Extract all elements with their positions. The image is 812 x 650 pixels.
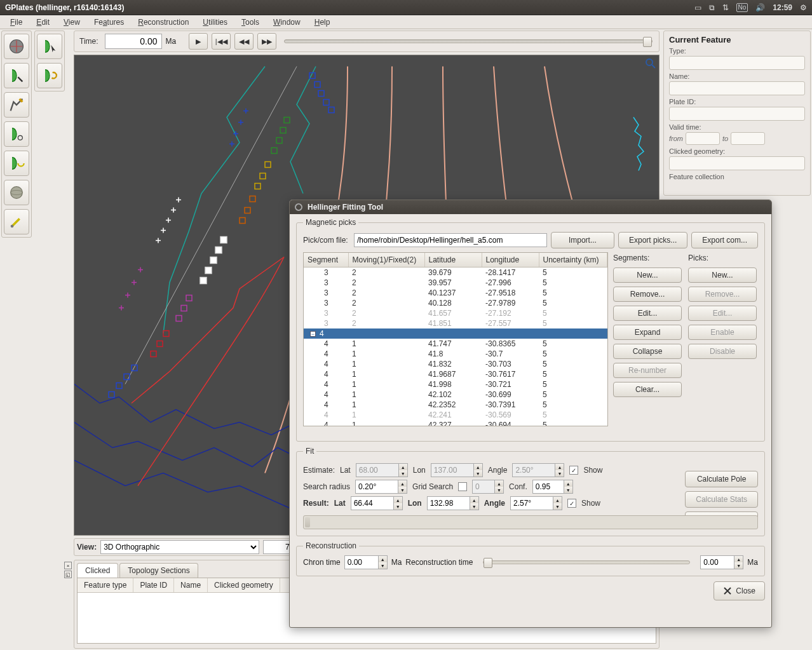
time-slider-thumb[interactable] xyxy=(643,37,652,47)
est-angle-input[interactable] xyxy=(512,463,555,477)
col-latitude[interactable]: Latitude xyxy=(424,253,482,267)
feature-green-tool[interactable] xyxy=(4,121,29,147)
table-row[interactable]: 4142.241-30.5695 xyxy=(304,410,607,420)
show-estimate-check[interactable]: ✓ xyxy=(569,466,578,475)
menu-features[interactable]: Features xyxy=(88,17,130,28)
table-row[interactable]: −4 xyxy=(304,328,607,339)
close-button[interactable]: Close xyxy=(714,581,765,600)
to-field[interactable] xyxy=(731,132,765,145)
recon-slider-thumb[interactable] xyxy=(484,558,492,568)
tab-clicked[interactable]: Clicked xyxy=(77,563,118,578)
pick-new-button[interactable]: New... xyxy=(688,267,757,283)
pick-disable-button[interactable]: Disable xyxy=(688,344,757,359)
seg-remove-button[interactable]: Remove... xyxy=(613,287,682,302)
dialog-title-bar[interactable]: Hellinger Fitting Tool xyxy=(290,200,771,214)
conf-label: Conf. xyxy=(509,482,527,491)
menu-utilities[interactable]: Utilities xyxy=(196,17,234,28)
table-row[interactable]: 3241.851-27.5575 xyxy=(304,318,607,328)
panel-dock-icon[interactable]: ◱ xyxy=(64,571,72,578)
export-picks-button[interactable]: Export picks... xyxy=(618,232,687,248)
seg-edit-button[interactable]: Edit... xyxy=(613,306,682,321)
est-lon-input[interactable] xyxy=(431,463,474,477)
show-result-check[interactable]: ✓ xyxy=(567,499,576,508)
col-segment[interactable]: Segment xyxy=(304,253,348,267)
grid-check[interactable] xyxy=(458,482,467,491)
table-row[interactable]: 3239.679-28.14175 xyxy=(304,267,607,278)
seg-new-button[interactable]: New... xyxy=(613,267,682,283)
menu-window[interactable]: Window xyxy=(267,17,307,28)
file-path-input[interactable] xyxy=(354,233,547,247)
pick-enable-button[interactable]: Enable xyxy=(688,325,757,340)
import-button[interactable]: Import... xyxy=(551,232,614,248)
seg-expand-button[interactable]: Expand xyxy=(613,325,682,340)
table-row[interactable]: 4142.327-30.6945 xyxy=(304,420,607,426)
pole-tool[interactable] xyxy=(4,209,29,234)
table-row[interactable]: 4142.102-30.6995 xyxy=(304,389,607,400)
res-lat-input[interactable] xyxy=(351,496,394,510)
menu-file[interactable]: FFileile xyxy=(4,17,29,28)
menu-edit[interactable]: Edit xyxy=(30,17,56,28)
calc-pole-button[interactable]: Calculate Pole xyxy=(685,471,758,487)
time-slider[interactable] xyxy=(284,39,653,43)
seg-clear-button[interactable]: Clear... xyxy=(613,382,682,397)
clock[interactable]: 12:59 xyxy=(773,3,792,12)
feature-cursor-tool[interactable] xyxy=(37,34,62,59)
res-angle-input[interactable] xyxy=(510,496,553,510)
col-uncertainty[interactable]: Uncertainty (km) xyxy=(539,253,607,267)
table-row[interactable]: 4141.998-30.7215 xyxy=(304,379,607,389)
res-lon-input[interactable] xyxy=(427,496,470,510)
forward-button[interactable]: ▶▶ xyxy=(257,33,276,50)
rewind-start-button[interactable]: |◀◀ xyxy=(212,33,231,50)
table-row[interactable]: 4141.832-30.7035 xyxy=(304,359,607,369)
table-row[interactable]: 3241.657-27.1925 xyxy=(304,308,607,318)
search-radius-input[interactable] xyxy=(355,480,398,494)
table-row[interactable]: 3240.128-27.97895 xyxy=(304,298,607,308)
volume-icon[interactable]: 🔊 xyxy=(755,3,765,12)
display-icon[interactable]: ▭ xyxy=(694,3,701,12)
play-button[interactable]: ▶ xyxy=(189,33,208,50)
digitize-tool[interactable] xyxy=(4,92,29,118)
table-row[interactable]: 4142.2352-30.73915 xyxy=(304,400,607,410)
svg-point-1 xyxy=(18,135,22,140)
picks-table[interactable]: Segment Moving(1)/Fixed(2) Latitude Long… xyxy=(303,252,608,426)
globe-tool[interactable] xyxy=(4,34,29,59)
projection-select[interactable]: 3D Orthographic xyxy=(100,540,259,554)
rewind-button[interactable]: ◀◀ xyxy=(234,33,254,50)
table-row[interactable]: 4141.9687-30.76175 xyxy=(304,369,607,379)
seg-renumber-button[interactable]: Re-number xyxy=(613,363,682,378)
conf-input[interactable] xyxy=(532,480,564,494)
chron-input[interactable] xyxy=(344,555,379,569)
gear-icon[interactable]: ⚙ xyxy=(800,3,807,12)
recon-slider[interactable] xyxy=(483,560,690,564)
rtime-input[interactable] xyxy=(700,555,734,569)
select-feature-tool[interactable] xyxy=(4,63,29,88)
pick-edit-button[interactable]: Edit... xyxy=(688,306,757,321)
feature-yellow-tool[interactable] xyxy=(4,151,29,176)
grid-n-input[interactable] xyxy=(472,480,495,494)
network-icon[interactable]: ⇅ xyxy=(722,3,729,12)
dropbox-icon[interactable]: ⧉ xyxy=(709,3,715,12)
menu-tools[interactable]: Tools xyxy=(235,17,266,28)
table-row[interactable]: 4141.747-30.83655 xyxy=(304,339,607,349)
menu-help[interactable]: Help xyxy=(308,17,337,28)
table-row[interactable]: 4141.8-30.75 xyxy=(304,349,607,359)
table-row[interactable]: 3240.1237-27.95185 xyxy=(304,288,607,298)
table-row[interactable]: 3239.957-27.9965 xyxy=(304,278,607,288)
pick-remove-button[interactable]: Remove... xyxy=(688,287,757,302)
from-field[interactable] xyxy=(686,132,720,145)
zoom-icon[interactable] xyxy=(645,58,656,69)
col-moving[interactable]: Moving(1)/Fixed(2) xyxy=(348,253,424,267)
sphere-tool[interactable] xyxy=(4,180,29,205)
menu-view[interactable]: View xyxy=(57,17,86,28)
panel-close-icon[interactable]: × xyxy=(64,562,72,569)
tab-topology[interactable]: Topology Sections xyxy=(119,563,198,578)
seg-collapse-button[interactable]: Collapse xyxy=(613,344,682,359)
est-lat-input[interactable] xyxy=(356,463,399,477)
calc-stats-button[interactable]: Calculate Stats xyxy=(685,491,758,508)
export-com-button[interactable]: Export com... xyxy=(691,232,758,248)
feature-move-tool[interactable] xyxy=(37,63,62,88)
col-longitude[interactable]: Longitude xyxy=(482,253,539,267)
menu-reconstruction[interactable]: Reconstruction xyxy=(132,17,195,28)
indicator-badge[interactable]: No xyxy=(736,3,748,12)
time-input[interactable] xyxy=(105,34,162,49)
